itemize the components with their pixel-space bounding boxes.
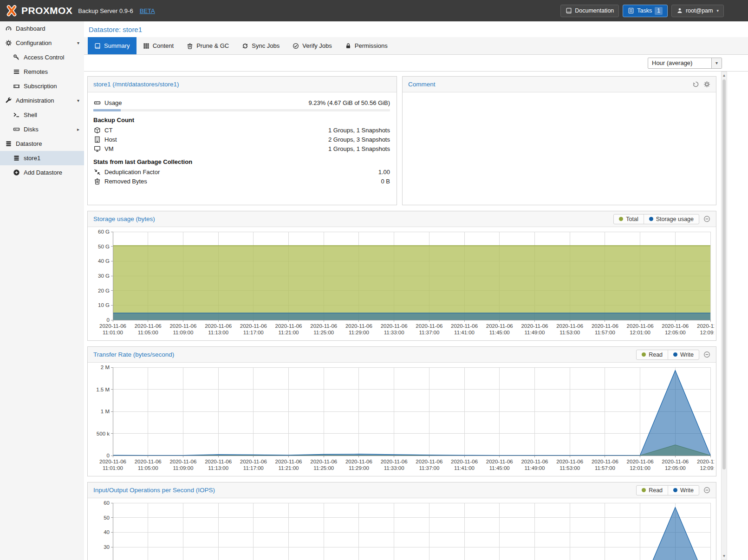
sidebar-item-access-control[interactable]: Access Control xyxy=(0,50,84,65)
svg-text:30 G: 30 G xyxy=(98,273,110,279)
legend-label: Total xyxy=(626,216,638,222)
trash-icon xyxy=(187,43,193,49)
timeframe-combobox[interactable]: Hour (average) ▾ xyxy=(648,58,722,69)
svg-text:11:37:00: 11:37:00 xyxy=(419,465,439,471)
removed-bytes-row: Removed Bytes 0 B xyxy=(93,176,390,186)
usage-label: Usage xyxy=(104,99,122,106)
ticket-icon xyxy=(13,83,20,90)
svg-text:12:01:00: 12:01:00 xyxy=(630,330,650,335)
svg-text:2020-11-06: 2020-11-06 xyxy=(240,323,267,329)
sidebar-item-configuration[interactable]: Configuration ▾ xyxy=(0,36,84,50)
legend-item-write[interactable]: Write xyxy=(668,350,699,359)
chevron-down-icon[interactable]: ▾ xyxy=(77,40,79,46)
svg-text:11:01:00: 11:01:00 xyxy=(103,465,123,471)
sidebar-item-administration[interactable]: Administration ▾ xyxy=(0,93,84,108)
chevron-down-icon[interactable]: ▾ xyxy=(77,98,79,103)
ct-label: CT xyxy=(104,127,112,134)
user-icon xyxy=(676,7,683,14)
sidebar-item-subscription[interactable]: Subscription xyxy=(0,79,84,93)
tab-summary[interactable]: Summary xyxy=(88,37,137,54)
svg-text:20 G: 20 G xyxy=(98,288,110,293)
panel-header: Input/Output Operations per Second (IOPS… xyxy=(88,482,716,498)
svg-text:2020-11-06: 2020-11-06 xyxy=(169,323,196,329)
chart-legend: Total Storage usage xyxy=(613,214,699,224)
panel-title: Input/Output Operations per Second (IOPS… xyxy=(93,487,215,494)
tab-prune-gc[interactable]: Prune & GC xyxy=(180,37,235,54)
sidebar-item-add-datastore[interactable]: Add Datastore xyxy=(0,165,84,180)
sidebar-item-label: Remotes xyxy=(24,68,48,75)
vertical-scrollbar[interactable]: ▲ ▼ xyxy=(721,72,727,560)
chevron-down-icon[interactable]: ▾ xyxy=(711,58,722,68)
host-label: Host xyxy=(104,136,117,143)
svg-text:2020-11-06: 2020-11-06 xyxy=(521,459,548,464)
user-menu-button[interactable]: root@pam ▾ xyxy=(671,5,724,17)
legend-item-read[interactable]: Read xyxy=(637,486,668,495)
svg-text:11:57:00: 11:57:00 xyxy=(595,330,615,335)
usage-progressbar xyxy=(93,109,390,111)
tab-permissions[interactable]: Permissions xyxy=(338,37,394,54)
svg-text:2020-11-06: 2020-11-06 xyxy=(381,323,408,329)
svg-text:1 M: 1 M xyxy=(101,409,110,414)
legend-dot xyxy=(673,488,677,492)
collapse-panel-icon[interactable] xyxy=(703,215,710,222)
svg-text:2020-11-06: 2020-11-06 xyxy=(486,323,513,329)
documentation-label: Documentation xyxy=(575,7,614,14)
legend-label: Storage usage xyxy=(656,216,694,222)
sidebar-item-label: Shell xyxy=(24,111,37,118)
svg-text:11:25:00: 11:25:00 xyxy=(313,465,334,471)
scrollbar-thumb[interactable] xyxy=(722,79,726,469)
dashboard-icon xyxy=(5,25,12,32)
tasks-button[interactable]: Tasks 1 xyxy=(623,5,668,17)
sidebar-item-remotes[interactable]: Remotes xyxy=(0,65,84,79)
sidebar-item-shell[interactable]: Shell xyxy=(0,108,84,122)
svg-text:11:17:00: 11:17:00 xyxy=(243,465,264,471)
tasks-count-badge: 1 xyxy=(655,7,663,15)
svg-text:11:41:00: 11:41:00 xyxy=(454,465,475,471)
panel-tools: Total Storage usage xyxy=(613,214,710,224)
svg-text:2020-11-06: 2020-11-06 xyxy=(556,323,583,329)
sidebar-item-label: Access Control xyxy=(24,54,64,61)
tab-verify-jobs[interactable]: Verify Jobs xyxy=(286,37,338,54)
refresh-icon[interactable] xyxy=(692,81,699,88)
legend-label: Write xyxy=(680,352,694,358)
beta-link[interactable]: BETA xyxy=(140,7,155,14)
sidebar-item-dashboard[interactable]: Dashboard xyxy=(0,21,84,36)
sidebar-item-disks[interactable]: Disks ▸ xyxy=(0,122,84,137)
svg-text:11:29:00: 11:29:00 xyxy=(349,465,369,471)
gear-icon[interactable] xyxy=(703,81,710,88)
legend-item-write[interactable]: Write xyxy=(668,486,699,495)
sidebar-item-label: Add Datastore xyxy=(24,169,62,176)
chart-legend: Read Write xyxy=(636,485,699,495)
tab-content[interactable]: Content xyxy=(137,37,181,54)
panel-header: store1 (/mnt/datastores/store1) xyxy=(88,77,397,92)
key-icon xyxy=(13,54,20,61)
svg-text:2020-11-06: 2020-11-06 xyxy=(275,459,302,464)
tab-sync-jobs[interactable]: Sync Jobs xyxy=(235,37,286,54)
svg-text:2020-11-06: 2020-11-06 xyxy=(99,323,126,329)
iops-panel: Input/Output Operations per Second (IOPS… xyxy=(87,482,716,560)
tasks-label: Tasks xyxy=(637,7,652,14)
sidebar-item-label: Datastore xyxy=(16,140,42,147)
legend-item-read[interactable]: Read xyxy=(637,350,668,359)
sidebar-item-store1[interactable]: store1 xyxy=(0,151,84,165)
legend-item-storage-usage[interactable]: Storage usage xyxy=(644,215,699,224)
collapse-panel-icon[interactable] xyxy=(703,351,710,358)
sidebar-item-label: Dashboard xyxy=(16,25,46,32)
svg-text:11:53:00: 11:53:00 xyxy=(559,330,580,335)
scroll-up-arrow[interactable]: ▲ xyxy=(722,73,727,78)
svg-text:11:45:00: 11:45:00 xyxy=(489,465,510,471)
scroll-down-arrow[interactable]: ▼ xyxy=(722,554,727,558)
comment-body[interactable] xyxy=(403,92,716,98)
lock-icon xyxy=(345,43,351,49)
sidebar-item-datastore[interactable]: Datastore xyxy=(0,137,84,151)
svg-text:2020-11-06: 2020-11-06 xyxy=(310,323,337,329)
sidebar-item-label: Configuration xyxy=(16,39,52,46)
svg-text:2 M: 2 M xyxy=(101,365,110,370)
collapse-panel-icon[interactable] xyxy=(703,487,710,494)
legend-label: Read xyxy=(649,352,663,358)
legend-item-total[interactable]: Total xyxy=(614,215,643,224)
chevron-right-icon[interactable]: ▸ xyxy=(77,127,79,132)
svg-text:40 G: 40 G xyxy=(98,258,110,264)
documentation-button[interactable]: Documentation xyxy=(560,5,619,17)
svg-text:12:09:00: 12:09:00 xyxy=(700,465,714,471)
